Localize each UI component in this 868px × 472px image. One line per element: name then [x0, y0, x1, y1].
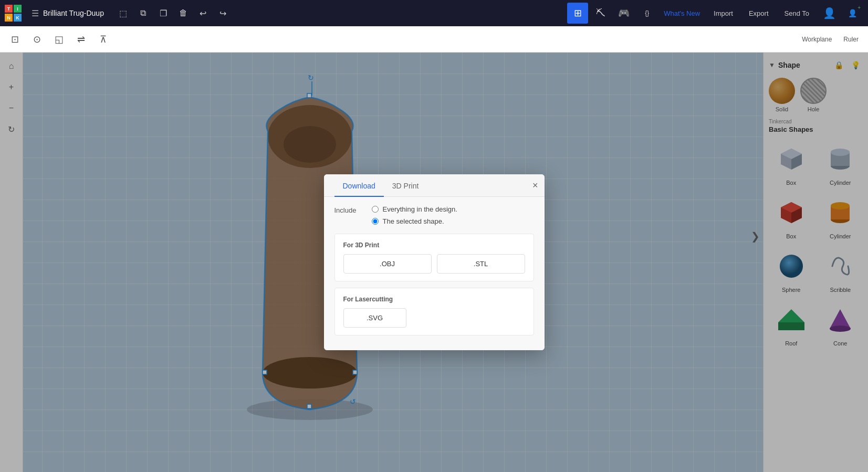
whats-new-link[interactable]: What's New [664, 9, 700, 17]
menu-icon[interactable]: ☰ [32, 8, 39, 18]
stl-btn[interactable]: .STL [437, 254, 525, 274]
lasercutting-buttons: .SVG [343, 308, 525, 328]
user-btn[interactable]: 👤 [819, 3, 840, 24]
include-label: Include [334, 205, 363, 214]
delete-btn[interactable]: 🗑 [174, 4, 192, 22]
perspective-btn[interactable]: ◱ [49, 30, 68, 49]
align-btn[interactable]: ⊼ [93, 30, 112, 49]
redo-btn[interactable]: ↪ [214, 4, 232, 22]
for-3d-print-section: For 3D Print .OBJ .STL [334, 234, 534, 281]
project-title[interactable]: Brilliant Trug-Duup [43, 9, 104, 17]
for-3d-print-title: For 3D Print [343, 242, 525, 249]
modal-body: Include Everything in the design. The se… [324, 197, 545, 350]
logo-n: N [5, 14, 13, 22]
logo: T I N K [0, 0, 26, 26]
radio-selected[interactable] [372, 218, 379, 225]
mirror-btn[interactable]: ⇌ [71, 30, 90, 49]
radio-everything[interactable] [372, 206, 379, 213]
option-everything[interactable]: Everything in the design. [372, 205, 457, 213]
for-lasercutting-title: For Lasercutting [343, 296, 525, 303]
include-options: Everything in the design. The selected s… [372, 205, 457, 225]
duplicate-btn[interactable]: ❐ [154, 4, 172, 22]
code-btn[interactable]: {} [636, 3, 657, 24]
tools-btn[interactable]: ⛏ [590, 3, 611, 24]
copy-btn[interactable]: ⧉ [134, 4, 152, 22]
modal-overlay: Download 3D Print × Include Everything i… [0, 53, 868, 472]
top-bar: T I N K ☰ Brilliant Trug-Duup ⬚ ⧉ ❐ 🗑 ↩ … [0, 0, 868, 26]
user-add-btn[interactable]: 👤+ [842, 3, 863, 24]
for-lasercutting-section: For Lasercutting .SVG [334, 288, 534, 335]
modal-close-btn[interactable]: × [532, 180, 538, 191]
workplane-btn[interactable]: Workplane [798, 30, 836, 49]
import-btn[interactable]: Import [706, 6, 740, 20]
right-second-bar: Workplane Ruler [798, 30, 863, 49]
project-name-area: ☰ Brilliant Trug-Duup [32, 8, 104, 18]
download-tab[interactable]: Download [334, 174, 384, 196]
svg-btn[interactable]: .SVG [343, 308, 406, 328]
3dprint-tab[interactable]: 3D Print [384, 174, 427, 196]
logo-i: I [14, 5, 22, 13]
option-everything-label: Everything in the design. [383, 205, 457, 213]
second-bar: ⊡ ⊙ ◱ ⇌ ⊼ Workplane Ruler [0, 26, 868, 53]
3d-print-buttons: .OBJ .STL [343, 254, 525, 274]
option-selected-label: The selected shape. [383, 217, 444, 225]
modal-tabs: Download 3D Print × [324, 174, 545, 197]
logo-t: T [5, 5, 13, 13]
option-selected[interactable]: The selected shape. [372, 217, 457, 225]
edit-tools: ⬚ ⧉ ❐ 🗑 ↩ ↪ [114, 4, 232, 22]
action-buttons: Import Export Send To [706, 6, 817, 20]
include-section: Include Everything in the design. The se… [334, 205, 534, 225]
send-to-btn[interactable]: Send To [777, 6, 817, 20]
logo-k: K [14, 14, 22, 22]
simulation-btn[interactable]: 🎮 [613, 3, 634, 24]
zoom-fit-btn[interactable]: ⊙ [27, 30, 46, 49]
select-btn[interactable]: ⬚ [114, 4, 132, 22]
export-btn[interactable]: Export [741, 6, 776, 20]
obj-btn[interactable]: .OBJ [343, 254, 432, 274]
grid-view-btn[interactable]: ⊞ [567, 3, 588, 24]
right-top-tools: ⊞ ⛏ 🎮 {} What's New Import Export Send T… [567, 3, 863, 24]
ruler-btn[interactable]: Ruler [839, 30, 863, 49]
download-modal: Download 3D Print × Include Everything i… [324, 174, 545, 350]
view-cube-btn[interactable]: ⊡ [5, 30, 24, 49]
undo-btn[interactable]: ↩ [194, 4, 212, 22]
